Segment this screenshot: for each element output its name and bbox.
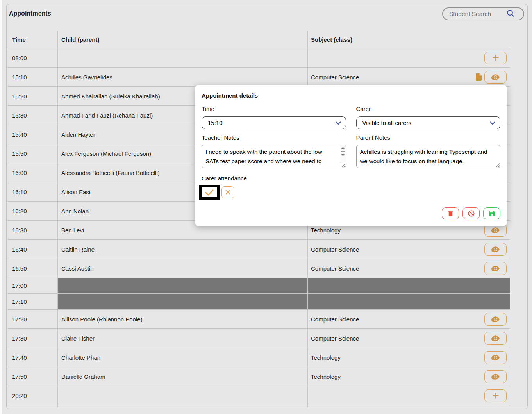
time-cell: 17:40 — [8, 348, 57, 367]
subject-cell: Computer Science — [307, 329, 510, 348]
cancel-button[interactable] — [462, 207, 480, 219]
textarea-scrollbar[interactable] — [340, 145, 346, 163]
subject-text: Technology — [311, 373, 341, 380]
header-time: Time — [8, 31, 57, 48]
child-cell: Claire Fisher — [57, 329, 307, 348]
time-cell: 15:30 — [8, 106, 57, 125]
attendance-absent-button[interactable]: ✕ — [221, 186, 234, 198]
appointment-row-17:30: 17:30Claire FisherComputer Science — [8, 329, 510, 348]
search-input[interactable] — [443, 11, 505, 18]
child-cell — [57, 48, 307, 67]
appointment-row-15:10: 15:10Achilles GavrielidesComputer Scienc… — [8, 68, 510, 87]
eye-icon — [491, 245, 500, 253]
time-cell: 16:40 — [8, 240, 57, 259]
eye-icon — [491, 373, 500, 381]
time-cell: 17:20 — [8, 310, 57, 328]
header-subject: Subject (class) — [307, 31, 510, 48]
time-cell: 16:50 — [8, 259, 57, 278]
child-cell — [57, 386, 307, 405]
chevron-down-icon — [336, 120, 341, 126]
resize-grip-icon[interactable] — [495, 163, 500, 167]
view-appointment-button[interactable] — [484, 243, 507, 256]
time-label: Time — [202, 105, 346, 113]
parent-notes-label: Parent Notes — [356, 134, 501, 142]
check-icon — [205, 189, 214, 196]
time-select[interactable]: 15:10 — [202, 116, 346, 129]
scroll-down-icon[interactable] — [341, 154, 345, 156]
view-appointment-button[interactable] — [484, 262, 507, 275]
child-cell: Caitlin Raine — [57, 240, 307, 259]
subject-cell: Technology — [307, 367, 510, 386]
search-icon[interactable] — [506, 9, 515, 19]
time-cell: 15:20 — [8, 87, 57, 105]
plus-icon — [491, 54, 500, 62]
time-cell: 16:10 — [8, 182, 57, 201]
appointment-row-17:40: 17:40Charlotte PhanTechnology — [8, 348, 510, 367]
carer-select-value: Visible to all carers — [362, 120, 412, 126]
carer-select[interactable]: Visible to all carers — [356, 116, 501, 129]
time-cell: 16:00 — [8, 163, 57, 182]
page-title: Appointments — [9, 10, 51, 17]
eye-icon — [491, 264, 500, 273]
resize-grip-icon[interactable] — [340, 163, 345, 167]
view-appointment-button[interactable] — [484, 351, 507, 364]
subject-text: Computer Science — [311, 335, 359, 342]
child-cell: Cassi Austin — [57, 259, 307, 278]
subject-text: Computer Science — [311, 316, 359, 323]
appointment-row-08:00: 08:00 — [8, 48, 510, 68]
subject-cell — [307, 386, 510, 405]
copy-icon — [476, 73, 482, 81]
subject-cell: Computer Science — [307, 240, 510, 259]
teacher-notes-textarea[interactable]: I need to speak with the parent about th… — [202, 145, 346, 168]
parent-notes-text: Achilles is struggling with learning Typ… — [357, 145, 500, 166]
time-cell: 15:50 — [8, 144, 57, 163]
eye-icon — [491, 315, 500, 323]
save-button[interactable] — [483, 207, 500, 219]
trash-icon — [447, 210, 454, 217]
eye-icon — [491, 353, 500, 362]
attendance-present-button[interactable] — [199, 185, 220, 200]
add-appointment-button[interactable] — [484, 52, 507, 64]
time-select-value: 15:10 — [208, 120, 223, 126]
student-search[interactable] — [442, 7, 524, 20]
subject-cell — [307, 294, 510, 309]
scroll-thumb[interactable] — [341, 151, 345, 152]
delete-button[interactable] — [442, 207, 459, 219]
time-cell: 08:00 — [8, 48, 57, 67]
table-header: Time Child (parent) Subject (class) — [8, 31, 510, 48]
subject-text: Computer Science — [311, 265, 359, 272]
subject-text: Computer Science — [311, 74, 359, 80]
appointment-row-16:40: 16:40Caitlin RaineComputer Science — [8, 240, 510, 259]
subject-text: Technology — [311, 354, 341, 361]
time-cell: 17:00 — [8, 278, 57, 293]
save-icon — [488, 210, 496, 217]
subject-text: Technology — [311, 227, 341, 234]
appointment-row-17:00: 17:00 — [8, 278, 510, 294]
view-appointment-button[interactable] — [484, 313, 507, 326]
child-cell — [57, 278, 307, 293]
carer-label: Carer — [356, 105, 501, 113]
appointment-row-17:20: 17:20Allison Poole (Rhiannon Poole)Compu… — [8, 310, 510, 329]
subject-cell: Computer Science — [307, 68, 510, 86]
subject-cell — [307, 278, 510, 293]
ban-icon — [468, 210, 475, 217]
time-cell: 17:10 — [8, 294, 57, 309]
parent-notes-textarea[interactable]: Achilles is struggling with learning Typ… — [356, 145, 501, 168]
time-cell: 15:10 — [8, 68, 57, 86]
teacher-notes-label: Teacher Notes — [202, 134, 346, 142]
child-cell: Allison Poole (Rhiannon Poole) — [57, 310, 307, 328]
eye-icon — [491, 226, 500, 234]
appointment-row-20:20: 20:20 — [8, 386, 510, 405]
copy-icon[interactable] — [476, 73, 482, 81]
plus-icon — [491, 391, 500, 400]
add-appointment-button[interactable] — [484, 389, 507, 402]
view-appointment-button[interactable] — [484, 370, 507, 383]
scroll-up-icon[interactable] — [341, 147, 345, 149]
time-cell: 17:30 — [8, 329, 57, 348]
view-appointment-button[interactable] — [484, 71, 507, 84]
view-appointment-button[interactable] — [484, 332, 507, 345]
teacher-notes-text: I need to speak with the parent about th… — [202, 145, 346, 166]
eye-icon — [491, 334, 500, 343]
subject-text: Computer Science — [311, 246, 359, 253]
appointment-row-16:50: 16:50Cassi AustinComputer Science — [8, 259, 510, 278]
